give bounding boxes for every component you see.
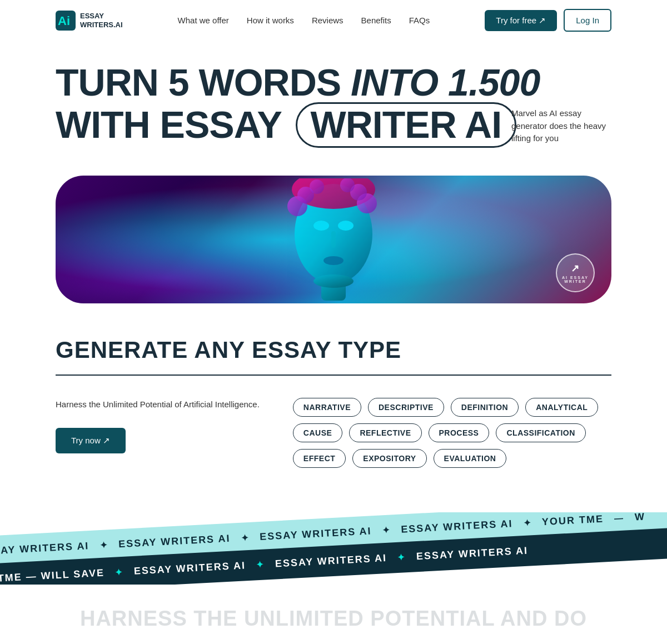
essay-tag-expository[interactable]: EXPOSITORY xyxy=(352,449,426,468)
nav-item-reviews[interactable]: Reviews xyxy=(312,16,344,26)
hero-badge[interactable]: ↗ AI ESSAYWRITER xyxy=(556,253,595,292)
statue-svg xyxy=(261,178,406,301)
try-free-button[interactable]: Try for free ↗ xyxy=(485,10,557,31)
svg-point-14 xyxy=(310,179,324,194)
essay-tag-definition[interactable]: DEFINITION xyxy=(451,398,519,417)
logo[interactable]: Ai ESSAY WRITERS.AI xyxy=(56,11,123,31)
generate-right: NARRATIVEDESCRIPTIVEDEFINITIONANALYTICAL… xyxy=(293,398,611,468)
nav-actions: Try for free ↗ Log In xyxy=(485,9,611,32)
bottom-teaser-text: HARNESS THE UNLIMITED POTENTIAL AND DO xyxy=(56,607,611,631)
essay-tag-evaluation[interactable]: EVALUATION xyxy=(434,449,507,468)
badge-text: AI ESSAYWRITER xyxy=(562,276,589,283)
generate-section: GENERATE ANY ESSAY TYPE Harness the Unli… xyxy=(0,303,667,490)
hero-line1-italic: INTO 1.500 xyxy=(351,61,540,103)
nav-links: What we offer How it works Reviews Benef… xyxy=(178,16,430,26)
navbar: Ai ESSAY WRITERS.AI What we offer How it… xyxy=(0,0,667,41)
svg-point-7 xyxy=(323,256,344,265)
hero-line2-prefix: WITH ESSAY xyxy=(56,103,291,146)
bottom-teaser: HARNESS THE UNLIMITED POTENTIAL AND DO xyxy=(0,585,667,642)
essay-tags-container: NARRATIVEDESCRIPTIVEDEFINITIONANALYTICAL… xyxy=(293,398,611,468)
svg-point-4 xyxy=(313,221,329,231)
svg-text:Ai: Ai xyxy=(58,14,70,28)
svg-rect-6 xyxy=(331,231,336,248)
hero-line1: TURN 5 WORDS xyxy=(56,61,351,103)
essay-tag-process[interactable]: PROCESS xyxy=(429,423,490,442)
try-now-button[interactable]: Try now ↗ xyxy=(56,428,126,453)
login-button[interactable]: Log In xyxy=(564,9,611,32)
nav-item-what-we-offer[interactable]: What we offer xyxy=(178,16,229,26)
essay-tag-descriptive[interactable]: DESCRIPTIVE xyxy=(368,398,444,417)
nav-item-benefits[interactable]: Benefits xyxy=(361,16,391,26)
generate-content: Harness the Unlimited Potential of Artif… xyxy=(56,398,611,468)
essay-tag-reflective[interactable]: REFLECTIVE xyxy=(349,423,421,442)
svg-point-9 xyxy=(313,274,354,288)
hero-line2-boxed: WRITER AI xyxy=(296,102,517,147)
logo-icon: Ai xyxy=(56,11,76,31)
svg-point-15 xyxy=(340,178,355,192)
svg-point-5 xyxy=(338,221,354,231)
essay-tag-cause[interactable]: CAUSE xyxy=(293,423,343,442)
logo-text: ESSAY WRITERS.AI xyxy=(80,12,123,29)
essay-tag-classification[interactable]: CLASSIFICATION xyxy=(496,423,585,442)
hero-image-inner xyxy=(56,176,611,303)
generate-section-title: GENERATE ANY ESSAY TYPE xyxy=(56,337,611,363)
banner-section: WRITERS AI ✦ ESSAY WRITERS AI ✦ ESSAY WR… xyxy=(0,512,667,585)
nav-item-faqs[interactable]: FAQs xyxy=(409,16,430,26)
hero-image: ↗ AI ESSAYWRITER xyxy=(56,176,611,303)
generate-description: Harness the Unlimited Potential of Artif… xyxy=(56,398,260,411)
hero-subtitle: Marvel as AI essay generator does the he… xyxy=(511,107,611,145)
essay-tag-narrative[interactable]: NARRATIVE xyxy=(293,398,361,417)
section-divider xyxy=(56,375,611,376)
hero-section: TURN 5 WORDS INTO 1.500 WITH ESSAY WRITE… xyxy=(0,41,667,159)
essay-tag-effect[interactable]: EFFECT xyxy=(293,449,346,468)
badge-arrow-icon: ↗ xyxy=(571,262,580,274)
nav-item-how-it-works[interactable]: How it works xyxy=(247,16,294,26)
generate-left: Harness the Unlimited Potential of Artif… xyxy=(56,398,260,453)
essay-tag-analytical[interactable]: ANALYTICAL xyxy=(525,398,598,417)
